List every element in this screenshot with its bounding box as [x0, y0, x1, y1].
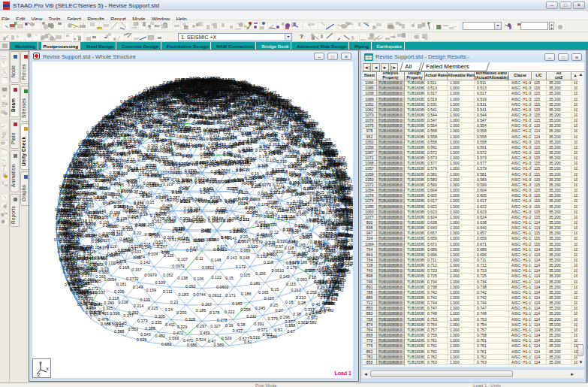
- svg-text:0.386: 0.386: [222, 162, 232, 167]
- svg-text:0.307: 0.307: [306, 144, 317, 148]
- svg-text:0.110: 0.110: [89, 279, 98, 283]
- svg-text:0.143: 0.143: [227, 255, 237, 260]
- svg-text:0.528: 0.528: [181, 125, 191, 130]
- svg-text:0.327: 0.327: [300, 154, 311, 159]
- svg-text:0.130: 0.130: [73, 246, 83, 250]
- svg-text:0.268: 0.268: [273, 177, 283, 181]
- svg-text:0.421: 0.421: [152, 158, 162, 162]
- svg-text:0.55: 0.55: [288, 250, 296, 255]
- svg-text:0.120: 0.120: [61, 208, 71, 213]
- svg-text:0.0732: 0.0732: [126, 277, 139, 281]
- svg-text:0.229: 0.229: [326, 144, 336, 148]
- svg-text:0.245: 0.245: [114, 183, 125, 187]
- svg-text:0.154: 0.154: [92, 245, 102, 249]
- svg-text:0.181: 0.181: [250, 281, 261, 286]
- svg-text:0.167: 0.167: [201, 302, 212, 307]
- svg-text:0.131: 0.131: [105, 261, 116, 265]
- svg-text:0.28: 0.28: [298, 301, 306, 305]
- svg-text:0.118: 0.118: [178, 236, 188, 240]
- svg-text:0.132: 0.132: [257, 254, 267, 259]
- svg-text:0.125: 0.125: [164, 253, 174, 258]
- svg-text:0.104: 0.104: [148, 252, 158, 256]
- svg-text:0.109: 0.109: [140, 298, 151, 302]
- svg-text:0.0972: 0.0972: [172, 264, 185, 268]
- svg-text:0.41: 0.41: [301, 128, 309, 132]
- svg-text:0.391: 0.391: [254, 322, 264, 326]
- svg-text:0.168: 0.168: [119, 265, 130, 270]
- svg-text:0.38: 0.38: [237, 322, 246, 327]
- svg-text:0.437: 0.437: [232, 328, 243, 333]
- svg-text:0.298: 0.298: [199, 178, 210, 183]
- svg-text:0.172: 0.172: [344, 261, 353, 265]
- svg-text:0.47: 0.47: [208, 339, 216, 343]
- svg-text:0.18: 0.18: [336, 222, 344, 227]
- svg-text:X: X: [46, 367, 49, 371]
- svg-text:0.205: 0.205: [258, 191, 268, 195]
- svg-text:0.139: 0.139: [238, 190, 249, 195]
- svg-text:0.270: 0.270: [290, 181, 300, 186]
- svg-text:0.475: 0.475: [264, 104, 274, 109]
- svg-text:0.194: 0.194: [76, 174, 86, 179]
- svg-text:0.673: 0.673: [116, 259, 127, 264]
- svg-text:0.480: 0.480: [324, 308, 334, 313]
- svg-text:0.421: 0.421: [200, 147, 210, 151]
- svg-text:0.172: 0.172: [236, 265, 246, 269]
- svg-text:0.689: 0.689: [240, 248, 251, 252]
- svg-text:0.405: 0.405: [300, 124, 311, 128]
- svg-text:0.119: 0.119: [107, 244, 116, 249]
- svg-text:0.0654: 0.0654: [104, 277, 116, 282]
- svg-text:0.22: 0.22: [134, 231, 142, 235]
- svg-text:0.29: 0.29: [104, 155, 112, 159]
- svg-text:0.143: 0.143: [279, 274, 290, 279]
- svg-text:0.174: 0.174: [186, 248, 196, 252]
- svg-text:0.482: 0.482: [93, 262, 104, 267]
- svg-text:0.273: 0.273: [270, 190, 281, 195]
- svg-text:0.42: 0.42: [128, 95, 137, 100]
- svg-text:0.16: 0.16: [125, 237, 134, 242]
- svg-text:0.25: 0.25: [270, 303, 279, 307]
- svg-text:0.325: 0.325: [108, 119, 119, 124]
- svg-text:0.570: 0.570: [325, 301, 336, 306]
- svg-text:0.246: 0.246: [87, 191, 98, 195]
- svg-text:0.0707: 0.0707: [73, 258, 86, 262]
- svg-text:0.329: 0.329: [177, 325, 188, 329]
- svg-text:0.222: 0.222: [225, 310, 235, 314]
- svg-text:0.141: 0.141: [227, 236, 237, 240]
- svg-text:0.249: 0.249: [104, 301, 114, 305]
- svg-text:0.320: 0.320: [271, 150, 282, 155]
- svg-text:0.17: 0.17: [99, 186, 107, 191]
- svg-text:0.12: 0.12: [270, 230, 279, 234]
- svg-text:0.381: 0.381: [176, 146, 187, 150]
- svg-text:0.103: 0.103: [131, 249, 142, 254]
- svg-text:0.226: 0.226: [64, 263, 74, 268]
- svg-text:0.501: 0.501: [263, 332, 273, 337]
- svg-text:0.18: 0.18: [243, 131, 252, 135]
- svg-text:0.221: 0.221: [308, 207, 318, 212]
- svg-text:0.206: 0.206: [88, 214, 98, 219]
- svg-text:0.118: 0.118: [264, 260, 273, 265]
- svg-text:0.177: 0.177: [273, 183, 283, 187]
- svg-text:0.188: 0.188: [326, 227, 336, 231]
- svg-text:0.114: 0.114: [347, 245, 353, 249]
- svg-text:0.594: 0.594: [137, 337, 147, 342]
- svg-text:0.20: 0.20: [240, 234, 248, 239]
- svg-text:0.195: 0.195: [330, 202, 340, 207]
- svg-text:0.314: 0.314: [92, 127, 102, 132]
- svg-text:0.17: 0.17: [117, 218, 125, 222]
- svg-text:0.0798: 0.0798: [143, 181, 156, 186]
- svg-text:0.245: 0.245: [255, 306, 266, 310]
- svg-text:0.439: 0.439: [188, 162, 198, 167]
- svg-text:0.20: 0.20: [184, 210, 192, 214]
- svg-text:0.238: 0.238: [242, 115, 252, 119]
- svg-text:0.296: 0.296: [279, 315, 290, 319]
- svg-text:0.27: 0.27: [276, 308, 284, 313]
- svg-text:0.315: 0.315: [80, 161, 90, 165]
- svg-text:0.258: 0.258: [162, 204, 173, 208]
- svg-text:0.277: 0.277: [273, 169, 283, 174]
- svg-text:0.553: 0.553: [128, 327, 139, 331]
- svg-text:0.28: 0.28: [94, 168, 102, 173]
- svg-text:0.127: 0.127: [258, 165, 269, 169]
- svg-text:0.363: 0.363: [296, 159, 306, 164]
- svg-text:0.171: 0.171: [225, 293, 236, 298]
- svg-text:0.201: 0.201: [65, 181, 75, 186]
